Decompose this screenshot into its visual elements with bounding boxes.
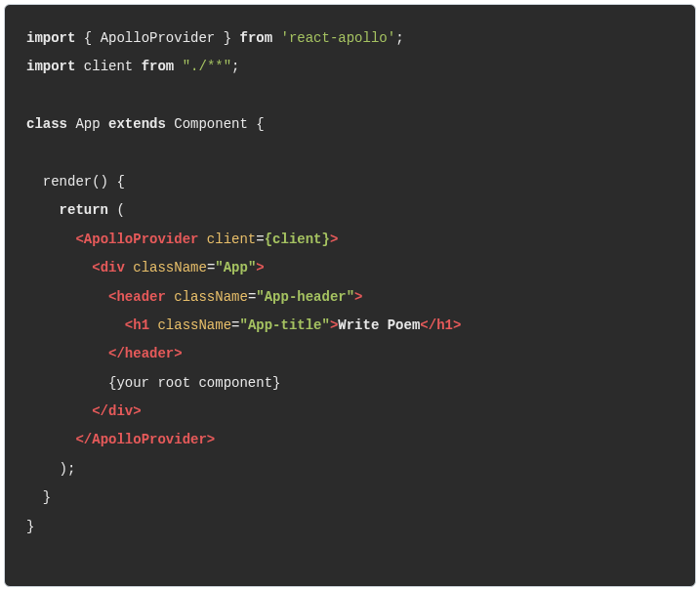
indent xyxy=(26,317,125,333)
indent xyxy=(26,375,108,391)
keyword-import: import xyxy=(26,30,75,46)
class-name: App xyxy=(75,116,100,132)
jsx-text: Write Poem xyxy=(338,317,420,333)
code-line: </div> xyxy=(26,398,674,426)
paren-close: ); xyxy=(60,461,76,477)
code-line: </ApolloProvider> xyxy=(26,426,674,454)
brace: } xyxy=(215,30,239,46)
indent xyxy=(26,202,60,218)
keyword-from: from xyxy=(142,59,175,74)
paren: ( xyxy=(108,202,125,218)
angle-bracket: > xyxy=(453,317,461,333)
brace: { xyxy=(248,116,265,132)
angle-bracket: > xyxy=(354,289,362,305)
identifier: client xyxy=(84,59,133,74)
angle-bracket: </ xyxy=(420,317,436,333)
jsx-expr: {client} xyxy=(265,232,330,247)
code-line: <h1 className="App-title">Write Poem</h1… xyxy=(26,312,674,340)
code-line-empty xyxy=(26,140,674,168)
jsx-attr: className xyxy=(157,317,231,333)
space xyxy=(174,59,182,74)
angle-bracket: < xyxy=(125,317,133,333)
jsx-expr: {your root component} xyxy=(108,375,280,391)
angle-bracket: < xyxy=(92,260,100,275)
angle-bracket: </ xyxy=(75,432,92,447)
brace-close: } xyxy=(43,489,51,505)
jsx-close-tag: ApolloProvider xyxy=(92,432,207,447)
jsx-attr-val: "App" xyxy=(215,260,256,275)
code-line: return ( xyxy=(26,196,674,225)
code-line: import client from "./**"; xyxy=(26,53,674,81)
identifier: ApolloProvider xyxy=(101,30,216,46)
code-line: ); xyxy=(26,455,674,484)
jsx-attr: client xyxy=(207,232,256,247)
angle-bracket: > xyxy=(207,432,215,447)
jsx-attr: className xyxy=(174,289,248,305)
code-line: <header className="App-header"> xyxy=(26,283,674,312)
indent xyxy=(26,432,75,447)
indent xyxy=(26,489,43,505)
string-literal: "./**" xyxy=(183,59,231,74)
semicolon: ; xyxy=(231,59,239,74)
space xyxy=(101,116,108,132)
indent xyxy=(26,232,75,247)
angle-bracket: > xyxy=(133,403,141,419)
indent xyxy=(26,461,60,477)
brace: { xyxy=(75,30,100,46)
jsx-close-tag: h1 xyxy=(436,317,453,333)
angle-bracket: </ xyxy=(92,403,108,419)
angle-bracket: </ xyxy=(108,346,125,361)
space xyxy=(125,260,133,275)
code-line: import { ApolloProvider } from 'react-ap… xyxy=(26,24,674,53)
code-line: render() { xyxy=(26,168,674,196)
space xyxy=(133,59,141,74)
indent xyxy=(26,174,43,190)
keyword-class: class xyxy=(26,116,67,132)
code-line: class App extends Component { xyxy=(26,110,674,139)
jsx-close-tag: header xyxy=(125,346,174,361)
method-render: render() { xyxy=(43,174,125,190)
space xyxy=(198,232,206,247)
angle-bracket: > xyxy=(174,346,182,361)
keyword-extends: extends xyxy=(108,116,166,132)
indent xyxy=(26,403,92,419)
space xyxy=(75,59,83,74)
space xyxy=(166,289,174,305)
jsx-attr: className xyxy=(133,260,207,275)
keyword-return: return xyxy=(60,202,108,218)
code-line: } xyxy=(26,484,674,512)
code-block: import { ApolloProvider } from 'react-ap… xyxy=(4,4,696,587)
space xyxy=(272,30,280,46)
jsx-tag: h1 xyxy=(133,317,149,333)
angle-bracket: > xyxy=(256,260,264,275)
string-literal: 'react-apollo' xyxy=(281,30,396,46)
class-name: Component xyxy=(174,116,248,132)
jsx-tag: header xyxy=(116,289,165,305)
jsx-tag: ApolloProvider xyxy=(84,232,199,247)
jsx-attr-val: "App-header" xyxy=(256,289,354,305)
angle-bracket: < xyxy=(75,232,83,247)
angle-bracket: > xyxy=(330,232,338,247)
space xyxy=(166,116,174,132)
code-line: </header> xyxy=(26,340,674,368)
equals: = xyxy=(256,232,264,247)
jsx-attr-val: "App-title" xyxy=(239,317,329,333)
code-line: <div className="App"> xyxy=(26,254,674,282)
code-line-empty xyxy=(26,82,674,110)
indent xyxy=(26,346,108,361)
semicolon: ; xyxy=(395,30,403,46)
indent xyxy=(26,289,108,305)
jsx-close-tag: div xyxy=(108,403,133,419)
jsx-tag: div xyxy=(101,260,125,275)
code-line: } xyxy=(26,513,674,541)
brace-close: } xyxy=(26,519,34,534)
indent xyxy=(26,260,92,275)
code-line: <ApolloProvider client={client}> xyxy=(26,226,674,254)
keyword-from: from xyxy=(239,30,272,46)
keyword-import: import xyxy=(26,59,75,74)
code-line: {your root component} xyxy=(26,369,674,398)
